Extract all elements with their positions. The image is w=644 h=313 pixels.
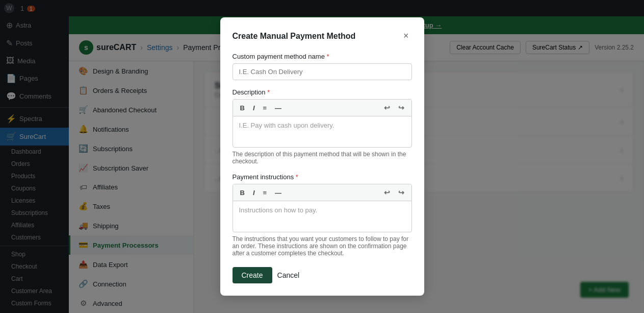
align-button-2[interactable]: ≡	[260, 187, 270, 198]
modal-close-button[interactable]: ×	[400, 30, 412, 42]
required-marker-3: *	[296, 173, 298, 181]
description-group: Description * B I ≡ — ↩ ↪ I.E. Pay with …	[233, 88, 412, 165]
modal-overlay[interactable]: Create Manual Payment Method × Custom pa…	[0, 0, 644, 313]
bold-button-2[interactable]: B	[237, 187, 248, 198]
description-label: Description *	[233, 88, 412, 96]
instructions-group: Payment instructions * B I ≡ — ↩ ↪ Instr…	[233, 173, 412, 257]
instructions-label: Payment instructions *	[233, 173, 412, 181]
minus-button-2[interactable]: —	[272, 187, 285, 198]
align-button[interactable]: ≡	[260, 103, 270, 113]
italic-button-2[interactable]: I	[250, 187, 258, 198]
description-content[interactable]: I.E. Pay with cash upon delivery.	[233, 116, 411, 147]
create-payment-method-modal: Create Manual Payment Method × Custom pa…	[220, 17, 424, 296]
redo-button[interactable]: ↪	[395, 102, 407, 113]
description-toolbar: B I ≡ — ↩ ↪	[233, 100, 411, 116]
create-button[interactable]: Create	[233, 267, 272, 283]
instructions-content[interactable]: Instructions on how to pay.	[233, 201, 411, 232]
undo-button[interactable]: ↩	[381, 102, 393, 113]
minus-button[interactable]: —	[272, 103, 285, 113]
instructions-editor: B I ≡ — ↩ ↪ Instructions on how to pay.	[233, 184, 412, 232]
instructions-toolbar: B I ≡ — ↩ ↪	[233, 184, 411, 201]
bold-button[interactable]: B	[237, 103, 248, 113]
modal-title: Create Manual Payment Method	[233, 32, 356, 41]
cancel-button[interactable]: Cancel	[277, 271, 300, 279]
modal-header: Create Manual Payment Method ×	[233, 30, 412, 42]
payment-name-input[interactable]	[233, 63, 412, 80]
payment-name-group: Custom payment method name *	[233, 53, 412, 80]
instructions-hint: The instructions that you want your cust…	[233, 235, 412, 257]
required-marker: *	[327, 53, 329, 60]
redo-button-2[interactable]: ↪	[395, 187, 407, 198]
required-marker-2: *	[267, 88, 270, 96]
payment-name-label: Custom payment method name *	[233, 53, 412, 60]
undo-button-2[interactable]: ↩	[381, 187, 393, 198]
description-editor: B I ≡ — ↩ ↪ I.E. Pay with cash upon deli…	[233, 99, 412, 148]
italic-button[interactable]: I	[250, 103, 258, 113]
modal-footer: Create Cancel	[233, 267, 412, 283]
description-hint: The description of this payment method t…	[233, 151, 412, 165]
